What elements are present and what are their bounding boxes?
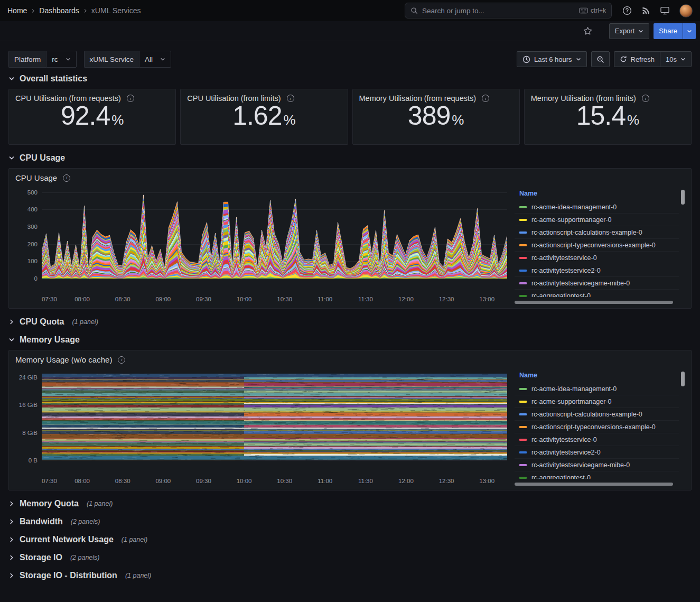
legend-item[interactable]: rc-actionscript-calculations-example-0: [515, 226, 679, 239]
chevron-right-icon: [8, 501, 15, 507]
y-axis-tick: 16 GiB: [15, 401, 38, 409]
legend-item[interactable]: rc-acme-supportmanager-0: [515, 214, 679, 226]
legend-item[interactable]: rc-aggregationtest-0: [515, 290, 679, 297]
legend-item[interactable]: rc-activitytestservicegame-mibe-0: [515, 277, 679, 290]
panel-count-note: (1 panel): [87, 500, 113, 507]
series-name: rc-activitytestservice-0: [531, 436, 597, 443]
legend-item[interactable]: rc-actionscript-typeconversions-example-…: [515, 239, 679, 252]
dashboard-toolbar: Export Share: [0, 21, 700, 41]
legend-vertical-scrollbar[interactable]: [681, 190, 685, 205]
chevron-down-icon: [8, 337, 15, 343]
legend-item[interactable]: rc-actionscript-typeconversions-example-…: [515, 421, 679, 433]
x-axis-tick: 10:00: [237, 478, 252, 484]
section-bandwidth[interactable]: Bandwidth (2 panels): [8, 517, 692, 526]
legend-item[interactable]: rc-acme-supportmanager-0: [515, 395, 679, 408]
x-axis-tick: 10:30: [277, 296, 292, 302]
legend-name-header[interactable]: Name: [515, 371, 679, 383]
search-input[interactable]: Search or jump to... ctrl+k: [405, 3, 612, 18]
help-icon[interactable]: [622, 6, 632, 15]
refresh-interval-dropdown[interactable]: 10s: [660, 51, 692, 67]
top-nav: Home Dashboards xUML Services Search or …: [0, 0, 700, 21]
zoom-out-icon: [596, 55, 604, 63]
legend-item[interactable]: rc-acme-idea-management-0: [515, 201, 679, 214]
legend-name-header[interactable]: Name: [515, 189, 679, 201]
panel-count-note: (2 panels): [71, 518, 100, 525]
section-memory-quota[interactable]: Memory Quota (1 panel): [8, 499, 692, 508]
legend-item[interactable]: rc-activitytestservice2-0: [515, 264, 679, 277]
stat-panel: CPU Utilisation (from requests) 92.4 %: [8, 89, 176, 145]
user-avatar[interactable]: [679, 4, 693, 17]
cpu-usage-panel-title[interactable]: CPU Usage: [15, 173, 685, 182]
section-cpu-usage[interactable]: CPU Usage: [8, 153, 692, 163]
favorite-star-button[interactable]: [580, 23, 596, 39]
refresh-button[interactable]: Refresh: [614, 51, 661, 67]
refresh-group: Refresh 10s: [614, 51, 692, 67]
panel-count-note: (1 panel): [122, 536, 147, 543]
chevron-down-icon: [66, 57, 71, 62]
memory-usage-chart-area: 24 GiB16 GiB8 GiB0 B 07:3008:0008:3009:0…: [15, 371, 507, 486]
share-button[interactable]: Share: [654, 23, 683, 39]
section-cpu-quota[interactable]: CPU Quota (1 panel): [8, 317, 692, 327]
x-axis-tick: 10:00: [237, 296, 252, 302]
section-memory-usage[interactable]: Memory Usage: [8, 335, 692, 345]
platform-filter: Platform rc: [8, 51, 77, 68]
section-overall-statistics[interactable]: Overall statistics: [8, 74, 692, 84]
x-axis-tick: 11:00: [318, 478, 332, 484]
template-variables: Platform rc xUML Service All: [8, 51, 171, 68]
y-axis-tick: 100: [15, 257, 38, 265]
memory-usage-chart[interactable]: [42, 371, 507, 460]
legend-item[interactable]: rc-activitytestservice-0: [515, 433, 679, 446]
info-icon[interactable]: [287, 95, 294, 102]
series-color-swatch: [519, 439, 527, 441]
chevron-right-icon: [8, 518, 15, 525]
legend-item[interactable]: rc-activitytestservice2-0: [515, 446, 679, 459]
panel-count-note: (1 panel): [72, 318, 98, 326]
y-axis-tick: 200: [15, 240, 38, 248]
time-range-picker[interactable]: Last 6 hours: [517, 51, 587, 67]
info-icon[interactable]: [482, 95, 489, 102]
monitor-icon[interactable]: [660, 6, 669, 15]
panel-count-note: (1 panel): [125, 572, 151, 579]
stat-panel: Memory Utilisation (from requests) 389 %: [352, 89, 520, 145]
legend-item[interactable]: rc-aggregationtest-0: [515, 471, 679, 479]
legend-horizontal-scrollbar[interactable]: [515, 483, 673, 486]
news-rss-icon[interactable]: [642, 6, 650, 15]
legend-item[interactable]: rc-actionscript-calculations-example-0: [515, 408, 679, 421]
x-axis-tick: 11:30: [358, 478, 373, 484]
legend-horizontal-scrollbar[interactable]: [515, 301, 673, 304]
series-color-swatch: [519, 477, 527, 479]
platform-filter-value[interactable]: rc: [46, 51, 76, 68]
x-axis-tick: 12:30: [439, 296, 454, 302]
clock-icon: [522, 55, 530, 63]
x-axis-tick: 12:30: [439, 478, 454, 484]
legend-vertical-scrollbar[interactable]: [681, 372, 685, 386]
series-color-swatch: [519, 257, 527, 259]
series-name: rc-activitytestservicegame-mibe-0: [531, 280, 630, 287]
section-storage-io-distribution[interactable]: Storage IO - Distribution (1 panel): [8, 571, 692, 580]
legend-item[interactable]: rc-activitytestservice-0: [515, 252, 679, 264]
y-axis-tick: 8 GiB: [15, 429, 38, 437]
info-icon[interactable]: [127, 95, 134, 102]
section-storage-io[interactable]: Storage IO (2 panels): [8, 553, 692, 562]
export-button[interactable]: Export: [609, 23, 650, 39]
cpu-usage-chart[interactable]: [42, 189, 507, 279]
search-icon: [410, 7, 418, 14]
series-name: rc-acme-supportmanager-0: [531, 216, 611, 224]
info-icon[interactable]: [63, 174, 70, 182]
breadcrumb-home[interactable]: Home: [7, 6, 27, 15]
series-name: rc-acme-supportmanager-0: [531, 398, 611, 405]
share-dropdown-button[interactable]: [683, 23, 696, 39]
service-filter-value[interactable]: All: [139, 51, 171, 68]
legend-item[interactable]: rc-activitytestservicegame-mibe-0: [515, 459, 679, 471]
x-axis-tick: 11:00: [318, 296, 332, 302]
memory-usage-panel-title[interactable]: Memory Usage (w/o cache): [15, 355, 685, 364]
info-icon[interactable]: [118, 356, 125, 364]
memory-legend: Name rc-acme-idea-management-0 rc-acme-s…: [515, 371, 685, 486]
zoom-out-button[interactable]: [591, 51, 610, 67]
chevron-right-icon: [8, 572, 15, 579]
section-current-network-usage[interactable]: Current Network Usage (1 panel): [8, 535, 692, 544]
legend-item[interactable]: rc-acme-idea-management-0: [515, 383, 679, 395]
breadcrumb-dashboards[interactable]: Dashboards: [39, 6, 79, 15]
info-icon[interactable]: [642, 95, 649, 102]
chevron-down-icon: [576, 57, 581, 62]
